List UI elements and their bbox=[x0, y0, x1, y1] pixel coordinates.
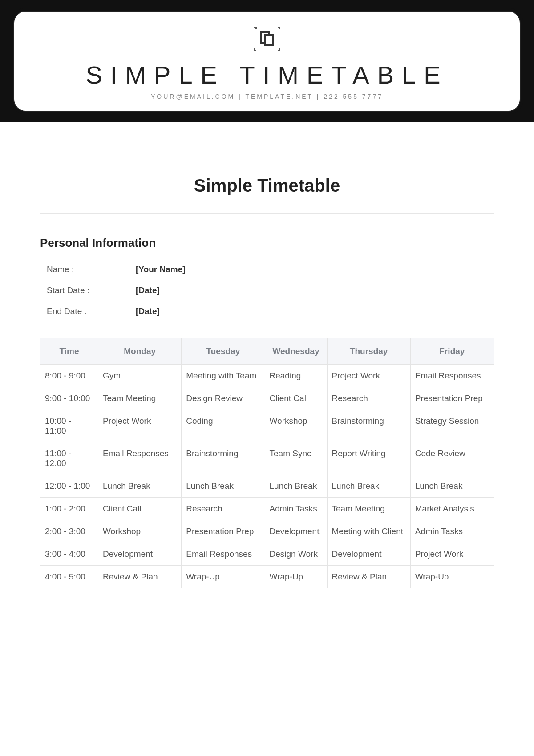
header-card: SIMPLE TIMETABLE YOUR@EMAIL.COM | TEMPLA… bbox=[13, 11, 521, 112]
divider bbox=[40, 213, 494, 214]
info-label: Start Date : bbox=[40, 280, 129, 301]
cell[interactable]: Project Work bbox=[98, 410, 182, 442]
cell[interactable]: Presentation Prep bbox=[410, 387, 494, 410]
cell[interactable]: Coding bbox=[182, 410, 265, 442]
info-value[interactable]: [Your Name] bbox=[129, 259, 494, 280]
brand-subtitle: YOUR@EMAIL.COM | TEMPLATE.NET | 222 555 … bbox=[23, 93, 511, 100]
cell[interactable]: Brainstorming bbox=[182, 442, 265, 475]
info-label: End Date : bbox=[40, 301, 129, 322]
cell[interactable]: Email Responses bbox=[182, 543, 265, 566]
table-row: 4:00 - 5:00 Review & Plan Wrap-Up Wrap-U… bbox=[40, 566, 494, 588]
cell[interactable]: Presentation Prep bbox=[182, 520, 265, 543]
table-row: Name : [Your Name] bbox=[40, 259, 494, 280]
cell[interactable]: Lunch Break bbox=[410, 475, 494, 498]
cell[interactable]: Team Meeting bbox=[327, 498, 410, 520]
cell[interactable]: Research bbox=[182, 498, 265, 520]
table-row: 1:00 - 2:00 Client Call Research Admin T… bbox=[40, 498, 494, 520]
cell[interactable]: Lunch Break bbox=[98, 475, 182, 498]
table-row: 8:00 - 9:00 Gym Meeting with Team Readin… bbox=[40, 365, 494, 387]
cell[interactable]: Meeting with Team bbox=[182, 365, 265, 387]
cell-time: 2:00 - 3:00 bbox=[40, 520, 98, 543]
cell[interactable]: Lunch Break bbox=[182, 475, 265, 498]
cell[interactable]: Brainstorming bbox=[327, 410, 410, 442]
cell[interactable]: Review & Plan bbox=[98, 566, 182, 588]
table-row: 2:00 - 3:00 Workshop Presentation Prep D… bbox=[40, 520, 494, 543]
cell[interactable]: Design Work bbox=[265, 543, 327, 566]
cell[interactable]: Report Writing bbox=[327, 442, 410, 475]
info-value[interactable]: [Date] bbox=[129, 280, 494, 301]
header-band: SIMPLE TIMETABLE YOUR@EMAIL.COM | TEMPLA… bbox=[0, 0, 534, 122]
col-header-time: Time bbox=[40, 338, 98, 365]
cell-time: 11:00 - 12:00 bbox=[40, 442, 98, 475]
cell[interactable]: Workshop bbox=[98, 520, 182, 543]
cell[interactable]: Email Responses bbox=[98, 442, 182, 475]
cell-time: 3:00 - 4:00 bbox=[40, 543, 98, 566]
table-row: 11:00 - 12:00 Email Responses Brainstorm… bbox=[40, 442, 494, 475]
cell[interactable]: Development bbox=[265, 520, 327, 543]
cell-time: 8:00 - 9:00 bbox=[40, 365, 98, 387]
col-header-monday: Monday bbox=[98, 338, 182, 365]
cell[interactable]: Client Call bbox=[265, 387, 327, 410]
cell[interactable]: Project Work bbox=[410, 543, 494, 566]
cell[interactable]: Project Work bbox=[327, 365, 410, 387]
table-row: 10:00 - 11:00 Project Work Coding Worksh… bbox=[40, 410, 494, 442]
cell-time: 1:00 - 2:00 bbox=[40, 498, 98, 520]
cell[interactable]: Team Meeting bbox=[98, 387, 182, 410]
section-title-personal-info: Personal Information bbox=[40, 236, 494, 250]
info-value[interactable]: [Date] bbox=[129, 301, 494, 322]
schedule-table: Time Monday Tuesday Wednesday Thursday F… bbox=[40, 338, 494, 588]
cell[interactable]: Wrap-Up bbox=[182, 566, 265, 588]
brand-title: SIMPLE TIMETABLE bbox=[23, 60, 511, 89]
col-header-tuesday: Tuesday bbox=[182, 338, 265, 365]
svg-rect-1 bbox=[265, 35, 273, 45]
cell[interactable]: Development bbox=[98, 543, 182, 566]
page-body: Simple Timetable Personal Information Na… bbox=[0, 122, 534, 606]
cell[interactable]: Email Responses bbox=[410, 365, 494, 387]
table-row: 12:00 - 1:00 Lunch Break Lunch Break Lun… bbox=[40, 475, 494, 498]
cell[interactable]: Admin Tasks bbox=[265, 498, 327, 520]
cell[interactable]: Lunch Break bbox=[265, 475, 327, 498]
document-title: Simple Timetable bbox=[40, 176, 494, 196]
col-header-wednesday: Wednesday bbox=[265, 338, 327, 365]
cell-time: 10:00 - 11:00 bbox=[40, 410, 98, 442]
cell[interactable]: Team Sync bbox=[265, 442, 327, 475]
cell[interactable]: Meeting with Client bbox=[327, 520, 410, 543]
table-header-row: Time Monday Tuesday Wednesday Thursday F… bbox=[40, 338, 494, 365]
cell[interactable]: Development bbox=[327, 543, 410, 566]
cell-time: 12:00 - 1:00 bbox=[40, 475, 98, 498]
cell[interactable]: Reading bbox=[265, 365, 327, 387]
cell[interactable]: Review & Plan bbox=[327, 566, 410, 588]
cell[interactable]: Design Review bbox=[182, 387, 265, 410]
cell[interactable]: Workshop bbox=[265, 410, 327, 442]
cell[interactable]: Admin Tasks bbox=[410, 520, 494, 543]
cell[interactable]: Gym bbox=[98, 365, 182, 387]
cell[interactable]: Lunch Break bbox=[327, 475, 410, 498]
cell[interactable]: Research bbox=[327, 387, 410, 410]
cell[interactable]: Code Review bbox=[410, 442, 494, 475]
table-row: 9:00 - 10:00 Team Meeting Design Review … bbox=[40, 387, 494, 410]
cell-time: 4:00 - 5:00 bbox=[40, 566, 98, 588]
logo-icon bbox=[254, 27, 280, 52]
personal-info-table: Name : [Your Name] Start Date : [Date] E… bbox=[40, 259, 494, 322]
cell[interactable]: Market Analysis bbox=[410, 498, 494, 520]
col-header-friday: Friday bbox=[410, 338, 494, 365]
cell-time: 9:00 - 10:00 bbox=[40, 387, 98, 410]
table-row: End Date : [Date] bbox=[40, 301, 494, 322]
info-label: Name : bbox=[40, 259, 129, 280]
cell[interactable]: Strategy Session bbox=[410, 410, 494, 442]
col-header-thursday: Thursday bbox=[327, 338, 410, 365]
table-row: Start Date : [Date] bbox=[40, 280, 494, 301]
table-row: 3:00 - 4:00 Development Email Responses … bbox=[40, 543, 494, 566]
cell[interactable]: Client Call bbox=[98, 498, 182, 520]
cell[interactable]: Wrap-Up bbox=[410, 566, 494, 588]
cell[interactable]: Wrap-Up bbox=[265, 566, 327, 588]
